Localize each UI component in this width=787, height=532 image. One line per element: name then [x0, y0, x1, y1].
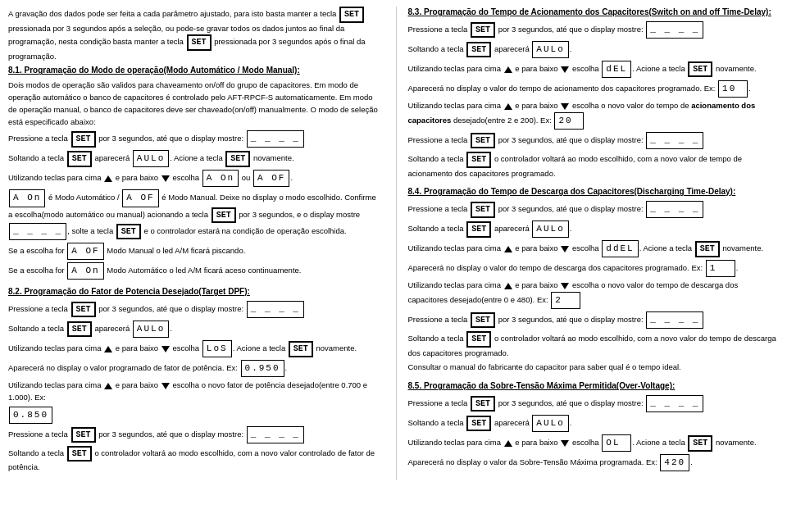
s81-press1: Pressione a tecla SET por 3 segundos, at… — [8, 130, 380, 148]
s82-solt1: Soltando a tecla SET aparecerá AULo. — [8, 321, 380, 338]
s83-press2: Pressione a tecla SET por 3 segundos, at… — [408, 132, 780, 149]
s83-util2: Utilizando teclas para cima e para baixo… — [408, 100, 780, 130]
arrow-up-s83b — [504, 103, 512, 110]
display-auto-s84: AULo — [532, 221, 568, 238]
key-set-s83c: SET — [688, 61, 712, 78]
section-82-title: 8.2. Programação do Fator de Potencia De… — [8, 286, 380, 298]
s84-solt1: Soltando a tecla SET aparecerá AULo. — [408, 221, 780, 238]
s85-press1: Pressione a tecla SET por 3 segundos, at… — [408, 395, 780, 412]
page-layout: A gravação dos dados pode ser feita a ca… — [8, 7, 779, 480]
arrow-down-s81a — [161, 175, 170, 182]
arrow-up-s84b — [504, 283, 512, 289]
section-81-title: 8.1. Programação do Modo de operação(Mod… — [8, 65, 380, 76]
arrow-down-s84b — [561, 283, 569, 289]
key-set-s85b: SET — [466, 416, 491, 432]
key-set-s82d: SET — [71, 427, 96, 443]
arrow-down-s83a — [561, 66, 569, 73]
display-aof2: A OF — [122, 189, 158, 207]
section-84-title: 8.4. Programação do Tempo de Descarga do… — [408, 186, 780, 198]
arrow-up-s83a — [504, 66, 512, 73]
display-dashes-s81a: _ _ _ _ — [247, 130, 304, 148]
s83-final: Soltando a tecla SET o controlador volta… — [408, 152, 780, 180]
s83-util: Utilizando teclas para cima e para baixo… — [408, 61, 780, 78]
key-set-s83b: SET — [466, 42, 491, 58]
s82-final: Soltando a tecla SET o controlador volta… — [8, 446, 380, 474]
arrow-down-s82a — [161, 346, 170, 352]
arrow-up-s82b — [104, 383, 112, 389]
s82-apval: Aparecerá no display o valor programado … — [8, 360, 380, 377]
display-dashes-s81b: _ _ _ _ — [9, 223, 66, 240]
display-los-s82: LoS — [202, 340, 232, 357]
s83-solt1: Soltando a tecla SET aparecerá AULo. — [408, 41, 780, 58]
s82-val2: 0.850 — [8, 407, 380, 424]
s84-consult: Consultar o manual do fabricante do capa… — [408, 361, 780, 374]
s84-press1: Pressione a tecla SET por 3 segundos, at… — [408, 201, 780, 218]
section-84: 8.4. Programação do Tempo de Descarga do… — [408, 186, 780, 374]
s81-aof-note: Se a escolha for A OF Modo Manual o led … — [8, 243, 380, 260]
display-auto-s82: AULo — [133, 321, 169, 338]
s85-apval: Aparecerá no display o valor da Sobre-Te… — [408, 454, 780, 471]
section-81: 8.1. Programação do Modo de operação(Mod… — [8, 65, 380, 280]
s83-apval: Aparecerá no display o valor do tempo de… — [408, 80, 780, 98]
key-set-s84a: SET — [471, 202, 495, 218]
display-dashes-s82a: _ _ _ _ — [247, 301, 304, 318]
key-set-s82a: SET — [71, 302, 96, 318]
key-set-s82c: SET — [289, 341, 313, 357]
display-dashes-s85a: _ _ _ _ — [646, 395, 703, 412]
key-set-s82b: SET — [67, 321, 92, 338]
key-set-s83e: SET — [466, 152, 491, 168]
s84-press2: Pressione a tecla SET por 3 segundos, at… — [408, 311, 780, 329]
s84-util: Utilizando teclas para cima e para baixo… — [408, 240, 780, 257]
section-83-title: 8.3. Programação do Tempo de Acionamento… — [408, 7, 780, 18]
display-aof: A OF — [253, 170, 289, 187]
left-column: A gravação dos dados pode ser feita a ca… — [8, 7, 380, 480]
arrow-down-s84a — [561, 246, 569, 252]
key-set-inline: SET — [339, 7, 364, 23]
key-set-s84b: SET — [466, 221, 491, 238]
s85-util: Utilizando teclas para cima e para baixo… — [408, 434, 780, 452]
s81-mode-desc: A On é Modo Automático / A OF é Modo Man… — [8, 189, 380, 240]
display-auto-s83: AULo — [532, 41, 568, 58]
key-set-s85a: SET — [471, 396, 495, 412]
arrow-up-s84a — [504, 246, 512, 252]
display-ol-s85: OL — [602, 434, 631, 452]
key-set-s83a: SET — [471, 22, 495, 39]
display-val2-s83: 20 — [554, 112, 584, 130]
key-set-s83d: SET — [471, 133, 495, 149]
s81-solt1: Soltando a tecla SET aparecerá AULo. Aci… — [8, 150, 380, 167]
display-auto-s85: AULo — [532, 415, 568, 432]
right-column: 8.3. Programação do Tempo de Acionamento… — [396, 7, 780, 480]
arrow-down-s85a — [561, 440, 569, 447]
display-aof3: A OF — [67, 243, 103, 260]
display-val-s83: 10 — [718, 80, 748, 98]
s84-util2: Utilizando teclas para cima e para baixo… — [408, 280, 780, 309]
display-del-s83: dEL — [602, 61, 631, 78]
section-83: 8.3. Programação do Tempo de Acionamento… — [408, 7, 780, 180]
s81-aon-note: Se a escolha for A On Modo Automático o … — [8, 262, 380, 280]
arrow-down-s82b — [161, 383, 170, 389]
display-aon2: A On — [9, 189, 45, 207]
display-aon: A On — [202, 170, 239, 187]
s82-util: Utilizando teclas para cima e para baixo… — [8, 340, 380, 357]
display-dashes-s84a: _ _ _ _ — [646, 201, 703, 218]
key-set-s84c: SET — [695, 241, 720, 257]
s82-press1: Pressione a tecla SET por 3 segundos, at… — [8, 301, 380, 318]
s83-press1: Pressione a tecla SET por 3 segundos, at… — [408, 21, 780, 39]
key-set-s81c: SET — [225, 151, 250, 167]
display-dashes-s84b: _ _ _ _ — [646, 311, 703, 329]
key-set-s84d: SET — [471, 312, 495, 329]
s81-util: Utilizando teclas para cima e para baixo… — [8, 170, 380, 187]
section-82: 8.2. Programação do Fator de Potencia De… — [8, 286, 380, 474]
display-val2-s82: 0.850 — [9, 407, 52, 424]
key-set-s82e: SET — [67, 446, 92, 462]
display-dashes-s83a: _ _ _ _ — [646, 21, 703, 39]
display-val2-s84: 2 — [551, 292, 580, 309]
display-dashes-s82b: _ _ _ _ — [247, 426, 304, 443]
arrow-up-s81a — [104, 175, 112, 182]
s82-press2: Pressione a tecla SET por 3 segundos, at… — [8, 426, 380, 443]
display-val-s84: 1 — [706, 260, 735, 277]
s84-final: Soltando a tecla SET o controlador volta… — [408, 331, 780, 359]
key-set-s84e: SET — [466, 331, 491, 348]
section-85: 8.5. Programação da Sobre-Tensão Máxima … — [408, 380, 780, 471]
display-val-s82: 0.950 — [241, 360, 284, 377]
